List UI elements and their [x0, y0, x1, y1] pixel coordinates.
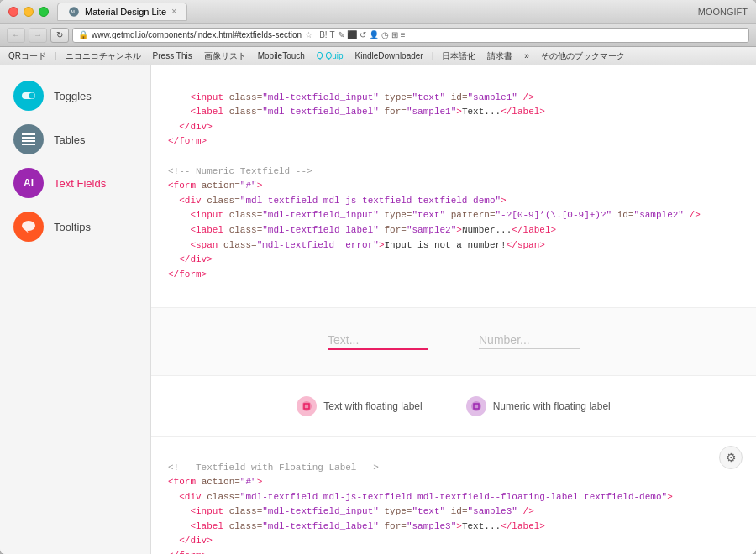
demo-section: Text... Number... [151, 308, 756, 376]
tables-svg [20, 131, 37, 148]
bi-icon: B! [319, 30, 327, 39]
sidebar-item-tables[interactable]: Tables [0, 118, 150, 161]
bookmark-images[interactable]: 画像リスト [201, 49, 249, 64]
tab1-svg [301, 400, 312, 412]
clock-icon: ◷ [381, 30, 389, 39]
text-input-underline [328, 348, 428, 350]
user-icon: 👤 [369, 30, 379, 39]
svg-rect-7 [22, 144, 35, 145]
sidebar: Toggles Tables AI Text Fields [0, 65, 151, 554]
main-content: Toggles Tables AI Text Fields [0, 65, 756, 554]
tables-label: Tables [54, 133, 86, 146]
toggle-svg [20, 87, 37, 104]
tab2-icon [466, 396, 486, 416]
svg-rect-5 [22, 137, 35, 138]
tab1-label: Text with floating label [323, 400, 422, 412]
svg-rect-6 [22, 140, 35, 142]
tab2-svg [470, 400, 482, 412]
sidebar-item-tooltips[interactable]: Tooltips [0, 205, 150, 248]
titlebar-right-label: MOONGIFT [698, 7, 748, 17]
bookmark-kindle[interactable]: KindleDownloader [352, 50, 427, 62]
browser-window: M Material Design Lite × MOONGIFT ← → ↻ … [0, 0, 756, 554]
bookmark-pressthis[interactable]: Press This [150, 50, 196, 62]
sidebar-item-toggles[interactable]: Toggles [0, 74, 150, 118]
bookmarks-bar: QRコード | ニコニコチャンネル Press This 画像リスト Mobil… [0, 47, 756, 65]
svg-text:M: M [71, 9, 75, 14]
svg-point-10 [302, 401, 312, 411]
toggles-icon [13, 81, 44, 111]
reload-icon: ↺ [360, 30, 366, 39]
maximize-button[interactable] [39, 7, 49, 17]
browser-tab[interactable]: M Material Design Lite × [57, 3, 187, 21]
code-section-2: ⚙ <!-- Textfield with Floating Label -->… [151, 437, 756, 554]
toggles-label: Toggles [54, 90, 92, 102]
svg-point-11 [471, 401, 481, 411]
svg-point-3 [29, 93, 35, 99]
number-input-underline [479, 348, 580, 349]
text-placeholder: Text... [328, 333, 359, 347]
bookmark-japanese[interactable]: 日本語化 [438, 49, 479, 64]
translate-icon: T [330, 30, 335, 39]
tab1-icon [297, 396, 317, 416]
url-text: www.getmdl.io/components/index.html#text… [92, 30, 302, 39]
navigation-bar: ← → ↻ 🔒 www.getmdl.io/components/index.h… [0, 24, 756, 47]
textfields-label: Text Fields [54, 177, 106, 190]
tab-favicon: M [68, 6, 80, 18]
tab-bar: M Material Design Lite × [57, 3, 187, 21]
textfields-icon: AI [13, 168, 44, 198]
bookmark-star-icon[interactable]: ☆ [305, 30, 312, 39]
tooltips-label: Tooltips [54, 221, 91, 233]
settings-button[interactable]: ⚙ [719, 446, 743, 469]
bookmark-more[interactable]: » [521, 50, 533, 62]
forward-button[interactable]: → [29, 28, 47, 43]
bottom-tabs: Text with floating label Numeric with fl… [151, 376, 756, 437]
tooltip-svg [20, 218, 37, 235]
sidebar-item-textfields[interactable]: AI Text Fields [0, 161, 150, 205]
ai-text: AI [24, 177, 34, 189]
code-block-2: <!-- Textfield with Floating Label --> <… [168, 446, 739, 554]
titlebar: M Material Design Lite × MOONGIFT [0, 0, 756, 24]
tables-icon [13, 124, 44, 154]
tab-text-floating[interactable]: Text with floating label [283, 389, 435, 423]
number-field-demo: Number... [479, 333, 580, 349]
back-button[interactable]: ← [7, 28, 25, 43]
minimize-button[interactable] [24, 7, 34, 17]
menu-icon: ≡ [401, 30, 406, 39]
number-placeholder: Number... [479, 333, 530, 347]
tab2-label: Numeric with floating label [493, 400, 611, 412]
address-icons: B! T ✎ ⬛ ↺ 👤 ◷ ⊞ ≡ [319, 30, 405, 39]
text-field-demo: Text... [328, 333, 428, 350]
bookmark-quip[interactable]: Q Quip [313, 50, 347, 62]
close-button[interactable] [8, 7, 18, 17]
puzzle-icon: ⬛ [347, 30, 357, 39]
tooltips-icon [13, 212, 44, 242]
content-area: <input class="mdl-textfield_input" type=… [151, 65, 756, 554]
code-section-1: <input class="mdl-textfield_input" type=… [151, 65, 756, 308]
traffic-lights [8, 7, 49, 17]
lock-icon: 🔒 [78, 30, 88, 39]
tab-numeric-floating[interactable]: Numeric with floating label [453, 389, 624, 423]
layers-icon: ⊞ [391, 30, 398, 39]
bookmark-other[interactable]: その他のブックマーク [538, 49, 628, 64]
svg-point-8 [22, 221, 35, 231]
bookmark-mobiletouch[interactable]: MobileTouch [255, 50, 308, 62]
bookmark-qr[interactable]: QRコード [5, 49, 50, 64]
bookmark-niconico[interactable]: ニコニコチャンネル [62, 49, 144, 64]
tab-label: Material Design Lite [85, 7, 166, 17]
tab-close-icon[interactable]: × [171, 7, 176, 16]
code-block-1: <input class="mdl-textfield_input" type=… [168, 76, 739, 297]
address-bar[interactable]: 🔒 www.getmdl.io/components/index.html#te… [72, 28, 749, 43]
refresh-button[interactable]: ↻ [50, 28, 69, 43]
pencil-icon: ✎ [338, 30, 344, 39]
bookmark-invoice[interactable]: 請求書 [484, 49, 516, 64]
svg-rect-4 [22, 133, 35, 135]
